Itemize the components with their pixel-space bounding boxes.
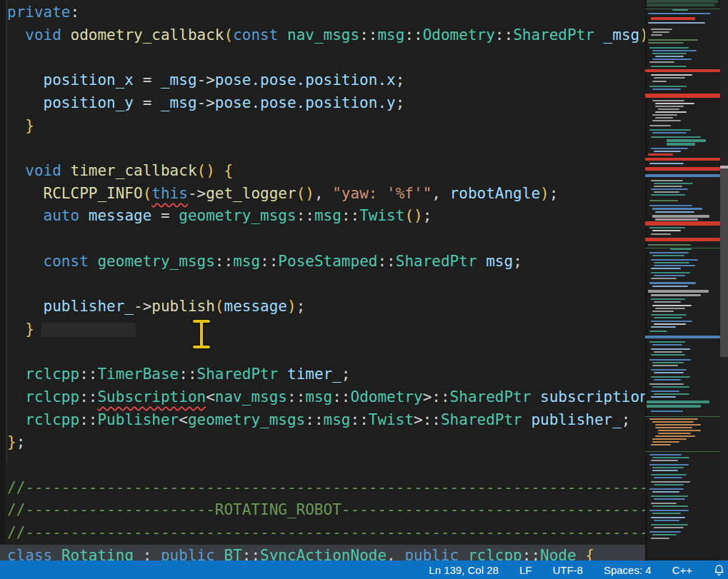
token-punctuation: = xyxy=(134,94,161,111)
token-punctuation: -> xyxy=(197,71,215,89)
status-line-col[interactable]: Ln 139, Col 28 xyxy=(429,564,499,576)
code-line[interactable]: //---------------------ROTATING_ROBOT---… xyxy=(7,499,728,522)
minimap-line xyxy=(655,111,687,113)
token-type: msg xyxy=(233,253,260,270)
minimap-line xyxy=(649,464,689,465)
code-line[interactable]: private: xyxy=(7,1,79,24)
token-punctuation xyxy=(531,388,540,406)
token-keyword: public xyxy=(404,547,459,560)
minimap-line xyxy=(648,244,691,246)
minimap-line xyxy=(645,336,720,338)
code-line[interactable]: const geometry_msgs::msg::PoseStamped::S… xyxy=(7,251,522,273)
minimap-line xyxy=(647,0,718,3)
code-line[interactable]: } xyxy=(7,318,34,341)
token-keyword: class xyxy=(7,547,52,560)
minimap-line xyxy=(654,379,681,381)
minimap-line xyxy=(645,158,720,161)
token-type: nav_msgs xyxy=(287,26,359,44)
code-line[interactable]: position_y = _msg->pose.pose.position.y; xyxy=(7,92,404,115)
code-line[interactable]: publisher_->publish(message); xyxy=(7,296,305,318)
status-indentation[interactable]: Spaces: 4 xyxy=(604,564,652,576)
editor-area[interactable]: private: void odometry_callback(const na… xyxy=(0,0,728,560)
code-line[interactable]: position_x = _msg->pose.pose.position.x; xyxy=(7,69,404,92)
token-punctuation: >:: xyxy=(414,411,441,428)
code-line[interactable]: rclcpp::Subscription<nav_msgs::msg::Odom… xyxy=(7,386,667,409)
token-type: Node xyxy=(540,547,577,560)
minimap-line xyxy=(652,344,682,346)
minimap-line xyxy=(654,323,686,325)
code-line[interactable]: void odometry_callback(const nav_msgs::m… xyxy=(7,24,667,47)
minimap[interactable] xyxy=(645,0,720,560)
token-punctuation: :: xyxy=(79,366,97,383)
token-string: "yaw: '%f'" xyxy=(332,185,432,202)
minimap-line xyxy=(651,17,695,20)
code-line[interactable]: void timer_callback() { xyxy=(7,160,233,183)
token-keyword: void xyxy=(25,26,61,44)
minimap-line xyxy=(648,13,711,14)
token-punctuation: :: xyxy=(296,207,314,224)
token-punctuation: :: xyxy=(495,26,513,44)
code-line[interactable]: rclcpp::Publisher<geometry_msgs::msg::Tw… xyxy=(7,409,631,432)
code-line[interactable]: //--------------------------------------… xyxy=(7,522,703,545)
code-line[interactable]: class Rotating : public BT::SyncActionNo… xyxy=(7,545,594,560)
minimap-line xyxy=(647,401,709,403)
token-punctuation xyxy=(7,411,25,428)
minimap-line xyxy=(651,278,677,279)
minimap-line xyxy=(649,227,685,228)
token-type: Subscription xyxy=(97,388,206,406)
minimap-section-divider xyxy=(645,9,720,9)
minimap-line xyxy=(652,286,688,287)
minimap-line xyxy=(652,467,684,468)
token-punctuation: :: xyxy=(404,26,422,44)
minimap-line xyxy=(652,50,697,51)
token-variable: _msg xyxy=(161,94,197,111)
token-punctuation: , xyxy=(432,185,449,202)
token-punctuation xyxy=(7,207,44,224)
minimap-line xyxy=(654,262,689,263)
token-function: get_logger xyxy=(206,185,296,202)
minimap-line xyxy=(654,520,679,521)
code-line[interactable]: //--------------------------------------… xyxy=(7,477,703,500)
minimap-line xyxy=(654,275,685,276)
scrollbar-track[interactable] xyxy=(720,0,728,560)
status-encoding[interactable]: UTF-8 xyxy=(552,564,583,576)
minimap-line xyxy=(652,386,689,388)
token-punctuation xyxy=(7,162,25,179)
token-type: nav_msgs xyxy=(215,388,287,406)
token-variable: _msg xyxy=(604,26,640,44)
scrollbar-thumb[interactable] xyxy=(720,168,728,357)
minimap-line xyxy=(651,326,676,328)
token-keyword: this xyxy=(151,185,188,202)
minimap-line xyxy=(652,365,678,366)
token-punctuation xyxy=(7,388,25,406)
minimap-line xyxy=(652,132,687,134)
minimap-line xyxy=(654,265,695,266)
token-type: rclcpp xyxy=(25,366,79,383)
token-type: Odometry xyxy=(351,388,423,406)
token-punctuation: < xyxy=(179,411,188,428)
code-line[interactable]: auto message = geometry_msgs::msg::Twist… xyxy=(7,205,432,228)
token-bracket: () xyxy=(197,162,215,179)
token-variable: pose.pose.position.x xyxy=(215,71,396,89)
code-line[interactable]: } xyxy=(7,115,34,138)
token-function: publish xyxy=(151,298,215,315)
token-punctuation: < xyxy=(206,388,215,406)
code-line[interactable]: rclcpp::TimerBase::SharedPtr timer_; xyxy=(7,363,351,386)
code-line[interactable]: }; xyxy=(7,431,25,454)
bell-icon[interactable] xyxy=(713,564,725,576)
minimap-line xyxy=(654,77,685,79)
minimap-section-divider xyxy=(645,248,720,248)
minimap-line xyxy=(645,94,720,98)
minimap-line xyxy=(649,86,687,87)
code-line[interactable]: RCLCPP_INFO(this->get_logger(), "yaw: '%… xyxy=(7,183,558,206)
status-language[interactable]: C++ xyxy=(672,564,692,576)
token-punctuation xyxy=(7,366,25,383)
minimap-line xyxy=(652,208,702,210)
minimap-line xyxy=(651,411,683,412)
token-punctuation xyxy=(61,162,71,179)
minimap-line xyxy=(649,454,682,455)
minimap-line xyxy=(652,362,684,363)
token-punctuation xyxy=(522,411,532,428)
token-type: geometry_msgs xyxy=(188,411,305,428)
status-eol[interactable]: LF xyxy=(519,564,532,576)
